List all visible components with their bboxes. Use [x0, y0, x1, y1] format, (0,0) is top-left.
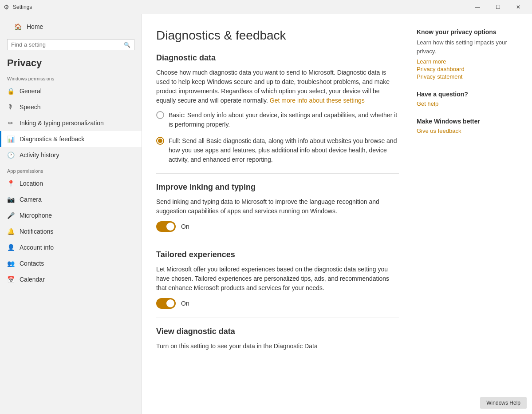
inking-toggle-row: On: [156, 221, 399, 232]
diagnostic-data-title: Diagnostic data: [156, 53, 399, 63]
sidebar-item-label: Activity history: [20, 151, 59, 159]
app-permissions-label: App permissions: [0, 163, 142, 175]
sidebar-item-notifications[interactable]: 🔔 Notifications: [0, 223, 142, 239]
sidebar-item-label: Microphone: [20, 212, 52, 219]
divider-3: [156, 318, 399, 318]
get-more-info-link[interactable]: Get more info about these settings: [270, 97, 365, 104]
main-content: Diagnostics & feedback Diagnostic data C…: [142, 14, 532, 414]
privacy-options-section: Know your privacy options Learn how this…: [417, 28, 514, 80]
sidebar-item-camera[interactable]: 📷 Camera: [0, 191, 142, 207]
sidebar-item-label: Calendar: [20, 276, 45, 283]
radio-group: Basic: Send only info about your device,…: [156, 111, 399, 164]
sidebar: 🏠 Home 🔍 Privacy Windows permissions 🔒 G…: [0, 14, 142, 414]
give-feedback-link[interactable]: Give us feedback: [417, 127, 514, 134]
microphone-icon: 🎤: [7, 212, 14, 219]
sidebar-item-label: Camera: [20, 196, 42, 203]
maximize-button[interactable]: ☐: [488, 0, 508, 14]
radio-basic-label: Basic: Send only info about your device,…: [169, 111, 399, 129]
view-diagnostic-section: View diagnostic data Turn on this settin…: [156, 327, 399, 351]
diagnostic-data-desc: Choose how much diagnostic data you want…: [156, 68, 399, 105]
diagnostics-icon: 📊: [7, 135, 14, 143]
lock-icon: 🔒: [7, 88, 14, 95]
tailored-section: Tailored experiences Let Microsoft offer…: [156, 250, 399, 309]
home-icon: 🏠: [14, 23, 21, 30]
sidebar-item-label: Notifications: [20, 228, 53, 235]
tailored-toggle-row: On: [156, 298, 399, 309]
windows-help-button[interactable]: Windows Help: [480, 397, 527, 409]
sidebar-item-activity[interactable]: 🕐 Activity history: [0, 147, 142, 163]
notifications-icon: 🔔: [7, 228, 14, 235]
sidebar-item-diagnostics[interactable]: 📊 Diagnostics & feedback: [0, 131, 142, 147]
home-nav-item[interactable]: 🏠 Home: [7, 20, 134, 34]
sidebar-item-label: Diagnostics & feedback: [20, 135, 84, 143]
sidebar-item-label: Inking & typing personalization: [20, 119, 104, 127]
get-help-link[interactable]: Get help: [417, 100, 514, 107]
learn-more-link[interactable]: Learn more: [417, 58, 514, 65]
app-body: 🏠 Home 🔍 Privacy Windows permissions 🔒 G…: [0, 14, 532, 414]
search-icon: 🔍: [124, 42, 130, 48]
camera-icon: 📷: [7, 196, 14, 203]
tailored-toggle[interactable]: [156, 298, 176, 309]
sidebar-item-microphone[interactable]: 🎤 Microphone: [0, 207, 142, 223]
sidebar-item-general[interactable]: 🔒 General: [0, 83, 142, 99]
tailored-toggle-knob: [166, 299, 174, 307]
sidebar-item-location[interactable]: 📍 Location: [0, 175, 142, 191]
tailored-toggle-label: On: [181, 300, 189, 307]
privacy-header: Privacy: [0, 54, 142, 71]
view-diagnostic-title: View diagnostic data: [156, 327, 399, 336]
sidebar-item-label: Speech: [20, 104, 40, 111]
question-title: Have a question?: [417, 91, 514, 98]
minimize-button[interactable]: —: [467, 0, 488, 14]
divider-1: [156, 173, 399, 174]
contacts-icon: 👥: [7, 260, 14, 267]
content-area: Diagnostics & feedback Diagnostic data C…: [156, 28, 399, 400]
diagnostic-data-section: Diagnostic data Choose how much diagnost…: [156, 53, 399, 164]
windows-permissions-label: Windows permissions: [0, 71, 142, 83]
inking-toggle-knob: [166, 223, 174, 231]
home-label: Home: [27, 23, 43, 30]
settings-icon: ⚙: [4, 4, 9, 11]
sidebar-item-contacts[interactable]: 👥 Contacts: [0, 255, 142, 271]
location-icon: 📍: [7, 180, 14, 187]
search-input[interactable]: [11, 41, 124, 48]
window-controls: — ☐ ✕: [467, 0, 528, 14]
inking-section: Improve inking and typing Send inking an…: [156, 183, 399, 232]
activity-icon: 🕐: [7, 151, 14, 159]
privacy-dashboard-link[interactable]: Privacy dashboard: [417, 66, 514, 72]
question-section: Have a question? Get help: [417, 91, 514, 107]
divider-2: [156, 241, 399, 241]
inking-toggle[interactable]: [156, 221, 176, 232]
speech-icon: 🎙: [7, 104, 14, 111]
sidebar-item-calendar[interactable]: 📅 Calendar: [0, 271, 142, 287]
sidebar-item-inking[interactable]: ✏ Inking & typing personalization: [0, 115, 142, 131]
privacy-statement-link[interactable]: Privacy statement: [417, 73, 514, 80]
make-better-title: Make Windows better: [417, 118, 514, 125]
radio-basic[interactable]: [156, 111, 164, 119]
inking-icon: ✏: [7, 119, 14, 127]
title-bar-title: Settings: [13, 4, 467, 10]
sidebar-top: 🏠 Home: [0, 14, 142, 37]
inking-toggle-label: On: [181, 223, 189, 230]
search-box[interactable]: 🔍: [7, 39, 134, 50]
title-bar: ⚙ Settings — ☐ ✕: [0, 0, 532, 14]
page-title: Diagnostics & feedback: [156, 28, 399, 43]
sidebar-item-speech[interactable]: 🎙 Speech: [0, 99, 142, 115]
radio-full[interactable]: [156, 137, 164, 145]
radio-item-basic: Basic: Send only info about your device,…: [156, 111, 399, 129]
sidebar-item-label: Location: [20, 180, 43, 187]
radio-item-full: Full: Send all Basic diagnostic data, al…: [156, 136, 399, 164]
tailored-title: Tailored experiences: [156, 250, 399, 259]
calendar-icon: 📅: [7, 276, 14, 283]
inking-title: Improve inking and typing: [156, 183, 399, 192]
right-panel: Know your privacy options Learn how this…: [417, 28, 514, 400]
make-better-section: Make Windows better Give us feedback: [417, 118, 514, 134]
close-button[interactable]: ✕: [508, 0, 528, 14]
sidebar-item-label: Contacts: [20, 260, 44, 267]
tailored-desc: Let Microsoft offer you tailored experie…: [156, 265, 399, 293]
view-diagnostic-desc: Turn on this setting to see your data in…: [156, 342, 399, 351]
sidebar-item-accountinfo[interactable]: 👤 Account info: [0, 239, 142, 255]
privacy-options-desc: Learn how this setting impacts your priv…: [417, 38, 514, 56]
inking-desc: Send inking and typing data to Microsoft…: [156, 197, 399, 216]
privacy-options-title: Know your privacy options: [417, 28, 514, 36]
sidebar-item-label: Account info: [20, 244, 54, 251]
